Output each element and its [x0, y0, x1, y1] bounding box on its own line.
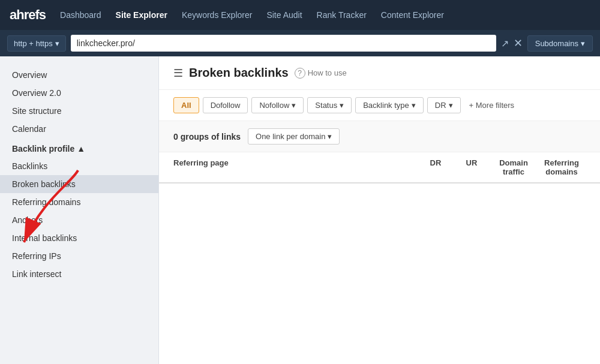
subdomains-arrow: ▾ [581, 39, 585, 48]
more-filters-btn[interactable]: + More filters [469, 101, 515, 110]
sidebar-item-backlinks[interactable]: Backlinks [0, 157, 158, 175]
sidebar-item-anchors[interactable]: Anchors [0, 211, 158, 229]
how-to-use-link[interactable]: ? How to use [295, 68, 347, 79]
table-header: Referring page DR UR Domain traffic Refe… [159, 152, 600, 183]
protocol-label: http + https [14, 39, 53, 48]
logo-brand: a [10, 7, 16, 22]
sidebar-item-link-intersect[interactable]: Link intersect [0, 265, 158, 283]
backlink-type-label: Backlink type [363, 101, 409, 110]
dr-label: DR [435, 101, 446, 110]
sidebar: Overview Overview 2.0 Site structure Cal… [0, 56, 159, 364]
protocol-dropdown[interactable]: http + https ▾ [7, 35, 66, 52]
filter-backlink-type[interactable]: Backlink type ▾ [355, 97, 424, 113]
nav-dashboard[interactable]: Dashboard [60, 10, 101, 20]
grouping-arrow: ▾ [328, 132, 332, 141]
sidebar-item-calendar[interactable]: Calendar [0, 120, 158, 138]
sidebar-item-overview-2[interactable]: Overview 2.0 [0, 84, 158, 102]
nav-keywords-explorer[interactable]: Keywords Explorer [182, 10, 253, 20]
sidebar-item-overview[interactable]: Overview [0, 66, 158, 84]
nofollow-label: Nofollow [259, 101, 289, 110]
results-count: 0 groups of links [173, 132, 241, 142]
url-input[interactable] [71, 35, 496, 52]
sidebar-item-broken-backlinks[interactable]: Broken backlinks [0, 175, 158, 193]
search-bar: http + https ▾ ↗ ✕ Subdomains ▾ [0, 30, 600, 56]
hamburger-icon[interactable]: ☰ [173, 67, 183, 80]
col-referring-page: Referring page [173, 158, 418, 176]
col-ur: UR [454, 158, 490, 176]
clear-icon[interactable]: ✕ [514, 37, 523, 50]
filters-row: All Dofollow Nofollow ▾ Status ▾ Backlin… [159, 90, 600, 121]
dr-arrow: ▾ [449, 101, 453, 110]
how-to-use-label: How to use [308, 68, 347, 77]
external-link-icon[interactable]: ↗ [501, 38, 509, 49]
grouping-dropdown[interactable]: One link per domain ▾ [248, 128, 340, 145]
results-row: 0 groups of links One link per domain ▾ [159, 121, 600, 152]
subdomains-label: Subdomains [535, 39, 578, 48]
col-domain-traffic: Domain traffic [490, 158, 538, 176]
sidebar-item-referring-ips[interactable]: Referring IPs [0, 247, 158, 265]
subdomains-dropdown[interactable]: Subdomains ▾ [527, 35, 593, 52]
col-referring-domains: Referring domains [538, 158, 586, 176]
protocol-arrow: ▾ [55, 39, 59, 48]
nofollow-arrow: ▾ [292, 101, 296, 110]
top-nav: ahrefs Dashboard Site Explorer Keywords … [0, 0, 600, 30]
content-area: ☰ Broken backlinks ? How to use All Dofo… [159, 56, 600, 364]
help-icon: ? [295, 68, 305, 79]
sidebar-item-internal-backlinks[interactable]: Internal backlinks [0, 229, 158, 247]
logo-name: hrefs [16, 7, 46, 22]
page-title: Broken backlinks [189, 66, 289, 80]
backlink-type-arrow: ▾ [412, 101, 416, 110]
sidebar-item-referring-domains[interactable]: Referring domains [0, 193, 158, 211]
main-layout: Overview Overview 2.0 Site structure Cal… [0, 56, 600, 364]
grouping-label: One link per domain [256, 132, 325, 141]
sidebar-section-backlink-profile[interactable]: Backlink profile ▲ [0, 138, 158, 157]
nav-site-audit[interactable]: Site Audit [266, 10, 302, 20]
col-dr: DR [418, 158, 454, 176]
logo: ahrefs [10, 7, 46, 23]
filter-nofollow[interactable]: Nofollow ▾ [251, 97, 304, 113]
filter-status[interactable]: Status ▾ [307, 97, 352, 113]
filter-all[interactable]: All [173, 97, 199, 113]
sidebar-item-site-structure[interactable]: Site structure [0, 102, 158, 120]
filter-dr[interactable]: DR ▾ [427, 97, 461, 113]
status-label: Status [315, 101, 337, 110]
nav-rank-tracker[interactable]: Rank Tracker [317, 10, 367, 20]
status-arrow: ▾ [340, 101, 344, 110]
content-header: ☰ Broken backlinks ? How to use [159, 56, 600, 90]
nav-content-explorer[interactable]: Content Explorer [381, 10, 444, 20]
nav-site-explorer[interactable]: Site Explorer [116, 10, 167, 20]
filter-dofollow[interactable]: Dofollow [203, 97, 248, 113]
